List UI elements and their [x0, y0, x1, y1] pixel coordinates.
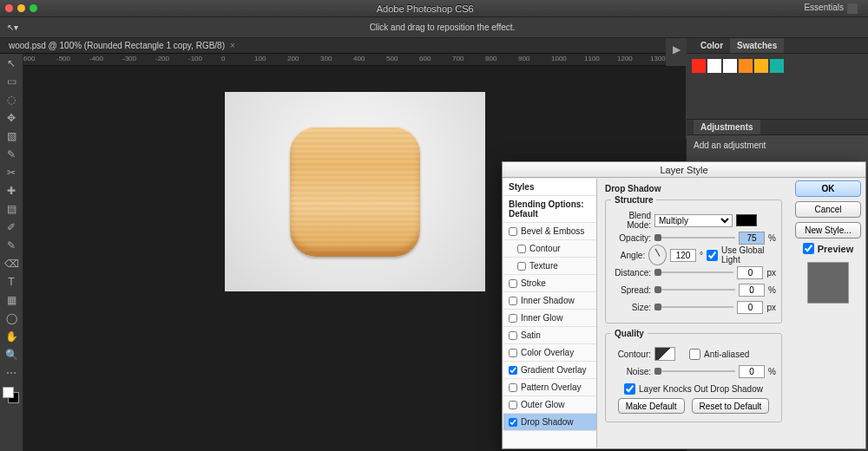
cancel-button[interactable]: Cancel: [795, 201, 861, 218]
opacity-input[interactable]: [739, 232, 765, 245]
tool-icon[interactable]: ⌫: [0, 254, 23, 272]
style-list-item[interactable]: Inner Shadow: [503, 292, 596, 310]
swatch[interactable]: [739, 59, 753, 73]
tool-icon[interactable]: ✥: [0, 108, 23, 127]
style-list-item[interactable]: Stroke: [503, 275, 596, 292]
style-checkbox[interactable]: [509, 366, 517, 375]
style-list-item[interactable]: Bevel & Emboss: [503, 223, 596, 240]
swatches-tab[interactable]: Swatches: [730, 38, 784, 53]
swatch[interactable]: [692, 59, 706, 73]
tool-icon[interactable]: ✋: [0, 327, 23, 345]
style-checkbox[interactable]: [509, 227, 517, 236]
panel-toggle-icon[interactable]: ▶: [670, 43, 682, 56]
tool-icon[interactable]: 🔍: [0, 345, 23, 363]
style-list-item[interactable]: Inner Glow: [503, 310, 596, 327]
swatch[interactable]: [754, 59, 768, 73]
spread-slider[interactable]: [654, 289, 735, 291]
color-picker[interactable]: [736, 214, 757, 226]
spread-input[interactable]: [739, 284, 765, 297]
style-list-item[interactable]: Gradient Overlay: [503, 362, 596, 379]
swatch[interactable]: [770, 59, 784, 73]
foreground-color[interactable]: [3, 387, 14, 398]
tool-icon[interactable]: T: [0, 272, 23, 291]
color-swatch-control[interactable]: [0, 387, 23, 408]
ruler-mark: -400: [89, 55, 103, 62]
tool-icon[interactable]: ↖: [0, 54, 23, 72]
tool-icon[interactable]: ✚: [0, 181, 23, 199]
window-controls[interactable]: [5, 4, 37, 12]
style-list-item[interactable]: Satin: [503, 327, 596, 344]
style-checkbox[interactable]: [509, 279, 517, 288]
color-tab[interactable]: Color: [694, 38, 730, 53]
swatches-body: [687, 78, 868, 120]
workspace-switcher[interactable]: Essentials: [804, 3, 858, 13]
global-light-label: Use Global Light: [721, 245, 776, 265]
antialias-checkbox[interactable]: [689, 349, 700, 360]
tool-icon[interactable]: ◌: [0, 90, 23, 108]
zoom-icon[interactable]: [30, 4, 37, 12]
style-list-item[interactable]: Texture: [503, 258, 596, 275]
make-default-button[interactable]: Make Default: [618, 398, 685, 414]
contour-picker[interactable]: [654, 347, 675, 361]
move-tool-icon[interactable]: ↖▾: [7, 23, 18, 32]
style-label: Satin: [521, 330, 541, 340]
style-checkbox[interactable]: [509, 349, 517, 357]
tool-icon[interactable]: ▤: [0, 199, 23, 218]
style-checkbox[interactable]: [509, 297, 517, 305]
style-checkbox[interactable]: [509, 383, 517, 392]
ok-button[interactable]: OK: [795, 180, 861, 197]
tool-icon[interactable]: ▧: [0, 127, 23, 145]
global-light-checkbox[interactable]: [707, 250, 718, 261]
tool-icon[interactable]: ✎: [0, 145, 23, 163]
ruler-mark: -500: [56, 55, 70, 62]
adjustments-tab[interactable]: Adjustments: [694, 120, 760, 134]
style-list-item[interactable]: Drop Shadow: [503, 414, 596, 431]
new-style-button[interactable]: New Style...: [795, 222, 861, 239]
size-slider[interactable]: [654, 306, 733, 308]
contour-label: Contour:: [611, 350, 651, 359]
style-checkbox[interactable]: [509, 401, 517, 409]
ruler-mark: 300: [320, 55, 332, 62]
close-icon[interactable]: [5, 4, 13, 12]
style-list-item[interactable]: Blending Options: Default: [503, 196, 596, 223]
style-checkbox[interactable]: [509, 314, 517, 323]
tool-icon[interactable]: ✂: [0, 163, 23, 181]
distance-slider[interactable]: [654, 271, 733, 273]
swatch[interactable]: [723, 59, 737, 73]
tool-icon[interactable]: ✎: [0, 236, 23, 254]
opacity-slider[interactable]: [654, 237, 735, 239]
ruler-mark: 600: [23, 55, 35, 62]
tool-icon[interactable]: ✐: [0, 218, 23, 236]
blend-mode-select[interactable]: Multiply: [654, 214, 733, 227]
angle-input[interactable]: [670, 249, 696, 262]
reset-default-button[interactable]: Reset to Default: [692, 398, 770, 414]
style-checkbox[interactable]: [517, 245, 526, 253]
style-list-item[interactable]: Outer Glow: [503, 396, 596, 414]
style-list-item[interactable]: Color Overlay: [503, 344, 596, 362]
style-list-item[interactable]: Styles: [503, 179, 596, 196]
tool-icon[interactable]: ⋯: [0, 363, 23, 382]
preview-checkbox[interactable]: [803, 243, 814, 254]
noise-input[interactable]: [739, 365, 765, 378]
angle-dial[interactable]: [648, 245, 667, 265]
style-list-item[interactable]: Pattern Overlay: [503, 379, 596, 396]
tool-icon[interactable]: ▦: [0, 291, 23, 309]
swatch[interactable]: [707, 59, 721, 73]
noise-slider[interactable]: [654, 370, 735, 372]
ruler-mark: 1300: [650, 55, 666, 62]
swatches-row: [687, 54, 868, 78]
style-checkbox[interactable]: [509, 418, 517, 427]
style-list-item[interactable]: Contour: [503, 240, 596, 258]
style-checkbox[interactable]: [509, 331, 517, 340]
dialog-title: Layer Style: [503, 162, 865, 178]
size-input[interactable]: [737, 301, 763, 314]
tool-icon[interactable]: ▭: [0, 72, 23, 90]
distance-input[interactable]: [737, 266, 763, 279]
style-checkbox[interactable]: [517, 262, 526, 271]
knockout-checkbox[interactable]: [624, 383, 635, 395]
minimize-icon[interactable]: [17, 4, 25, 12]
style-label: Texture: [529, 261, 558, 271]
tool-icon[interactable]: ◯: [0, 309, 23, 327]
close-tab-icon[interactable]: ×: [230, 41, 235, 50]
ruler-mark: 0: [221, 55, 225, 62]
